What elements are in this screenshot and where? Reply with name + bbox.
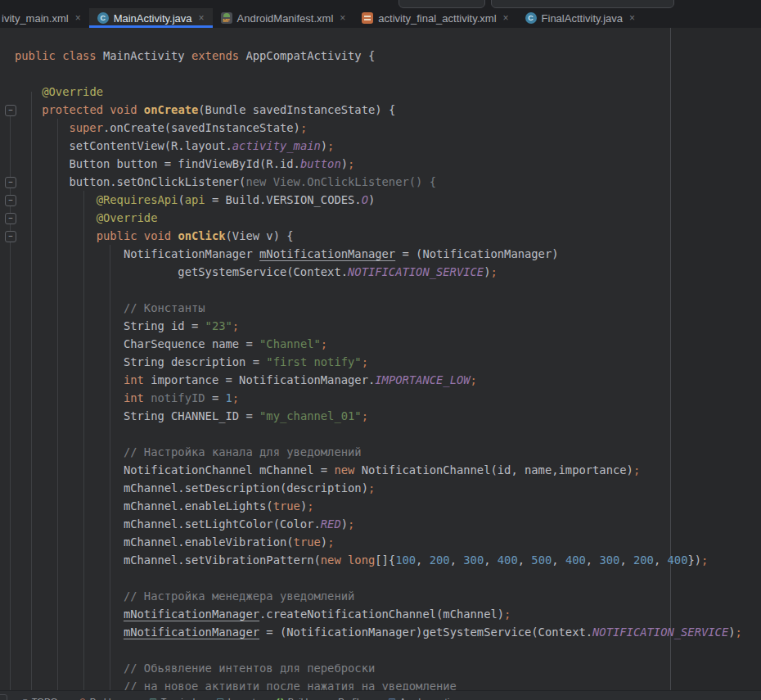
editor-tab[interactable]: ivity_main.xml× (0, 8, 89, 28)
code-editor[interactable]: public class MainActivity extends AppCom… (0, 28, 761, 695)
code-line[interactable]: String description = "first notify"; (15, 353, 761, 371)
code-line[interactable]: getSystemService(Context.NOTIFICATION_SE… (15, 263, 761, 281)
code-line[interactable]: @Override (15, 83, 761, 101)
code-token: .createNotificationChannel(mChannel) (259, 607, 504, 621)
code-token: true (273, 499, 300, 513)
code-line[interactable] (15, 569, 761, 587)
statusbar-item-label: Profiler (338, 697, 367, 700)
code-token: ; (701, 553, 708, 567)
code-line[interactable]: mChannel.setLightColor(Color.RED); (15, 515, 761, 533)
code-line[interactable]: String id = "23"; (15, 317, 761, 335)
tab-close-icon[interactable]: × (629, 12, 635, 24)
code-token: ; (321, 337, 327, 350)
code-token: 1 (226, 391, 232, 404)
code-token: button (300, 157, 341, 170)
code-line[interactable]: Button button = findViewById(R.id.button… (15, 155, 761, 173)
code-token: ; (232, 391, 239, 404)
code-line[interactable]: mChannel.setDescription(description); (15, 479, 761, 497)
tab-close-icon[interactable]: × (503, 12, 509, 24)
editor-tab[interactable]: CFinalActtivity.java× (517, 8, 643, 28)
code-line[interactable] (15, 425, 761, 443)
code-token: ; (327, 535, 334, 549)
code-line[interactable]: // Настройка канала для уведомлений (15, 443, 761, 461)
code-line[interactable]: int notifyID = 1; (15, 389, 761, 407)
code-line[interactable] (15, 65, 761, 83)
statusbar-item-profiler[interactable]: ◔Profiler (329, 697, 367, 700)
code-token: NotificationChannel mChannel = (15, 463, 334, 476)
code-token: ) (368, 193, 375, 206)
code-line[interactable]: setContentView(R.layout.activity_main); (15, 137, 761, 155)
statusbar-item-label: Problems (90, 697, 128, 700)
code-line[interactable]: NotificationChannel mChannel = new Notif… (15, 461, 761, 479)
code-line[interactable]: CharSequence name = "Channel"; (15, 335, 761, 353)
device-selector-outline[interactable] (399, 0, 485, 8)
code-token: ; (348, 157, 354, 170)
code-line[interactable]: // Настройка менеджера уведомлений (15, 587, 761, 605)
code-token: ) (321, 139, 327, 152)
code-token: importance = NotificationManager. (151, 373, 375, 386)
tab-close-icon[interactable]: × (198, 12, 204, 24)
editor-tab[interactable]: CMainActivity.java× (89, 8, 213, 28)
fold-marker-icon[interactable]: − (5, 105, 16, 116)
code-line[interactable]: public void onClick(View v) { (15, 227, 761, 245)
code-line[interactable]: // Обьявление интентов для переброски (15, 659, 761, 677)
statusbar-item-label: TODO (32, 697, 58, 700)
code-token: getSystemService(Context. (15, 265, 348, 278)
code-line[interactable]: button.setOnClickListener(new View.OnCli… (15, 173, 761, 191)
layout-file-icon (362, 12, 373, 24)
code-line[interactable] (15, 281, 761, 299)
code-line[interactable]: mNotificationManager = (NotificationMana… (15, 623, 761, 641)
code-token: "23" (205, 319, 232, 332)
code-token: ) (341, 517, 348, 531)
code-line[interactable]: mChannel.setVibrationPattern(new long[]{… (15, 551, 761, 569)
fold-marker-icon[interactable]: − (5, 213, 16, 224)
editor-pane[interactable]: −−−−− public class MainActivity extends … (0, 28, 761, 700)
code-token: , (484, 553, 498, 567)
code-line[interactable]: // Константы (15, 299, 761, 317)
tab-close-icon[interactable]: × (75, 12, 81, 24)
statusbar-item-app-inspection[interactable]: ▣App Inspection (388, 697, 459, 700)
run-widget-outline[interactable] (491, 0, 674, 8)
code-token: ; (362, 409, 368, 422)
code-line[interactable]: @RequiresApi(api = Build.VERSION_CODES.O… (15, 191, 761, 209)
code-line[interactable]: int importance = NotificationManager.IMP… (15, 371, 761, 389)
statusbar-item-problems[interactable]: ⊙Problems (79, 697, 128, 700)
code-token: = (NotificationManager)getSystemService(… (259, 625, 592, 639)
code-token (15, 625, 124, 639)
code-line[interactable]: public class MainActivity extends AppCom… (15, 47, 761, 65)
code-line[interactable]: mNotificationManager.createNotificationC… (15, 605, 761, 623)
code-line[interactable]: mChannel.enableLights(true); (15, 497, 761, 515)
code-line[interactable]: NotificationManager mNotificationManager… (15, 245, 761, 263)
statusbar-item-terminal[interactable]: ▣Terminal (149, 697, 195, 700)
fold-marker-icon[interactable]: − (5, 177, 16, 188)
statusbar-item-todo[interactable]: ≡TODO (23, 697, 57, 700)
editor-tab[interactable]: activity_final_acttivity.xml× (353, 8, 516, 28)
code-line[interactable]: super.onCreate(savedInstanceState); (15, 119, 761, 137)
code-token: 500 (531, 553, 552, 567)
code-token: ; (368, 481, 375, 495)
code-token: []{ (375, 553, 395, 567)
code-token: 300 (599, 553, 619, 567)
statusbar-item-logcat[interactable]: ▤Logcat (216, 697, 254, 700)
fold-marker-icon[interactable]: − (5, 195, 16, 206)
code-token: super (69, 121, 103, 134)
code-token (15, 589, 124, 603)
statusbar-item-build[interactable]: ⚒Build (277, 697, 308, 700)
code-line[interactable] (15, 641, 761, 659)
fold-marker-icon[interactable]: − (5, 231, 16, 242)
code-line[interactable]: protected void onCreate(Bundle savedInst… (15, 101, 761, 119)
code-token: mChannel.enableVibration( (15, 535, 294, 549)
tab-close-icon[interactable]: × (340, 12, 345, 24)
code-token: new (334, 463, 354, 476)
code-token: ) (321, 535, 327, 549)
code-token: .onCreate(savedInstanceState) (103, 121, 300, 134)
code-line[interactable]: mChannel.enableVibration(true); (15, 533, 761, 551)
editor-tab[interactable]: MFAndroidManifest.xml× (213, 8, 354, 28)
code-token: public void (97, 229, 178, 242)
code-token: "Channel" (259, 337, 321, 350)
code-token: NOTIFICATION_SERVICE (348, 265, 484, 278)
code-token: int (124, 391, 151, 404)
code-token (15, 103, 42, 116)
code-line[interactable]: String CHANNEL_ID = "my_channel_01"; (15, 407, 761, 425)
code-line[interactable]: @Override (15, 209, 761, 227)
